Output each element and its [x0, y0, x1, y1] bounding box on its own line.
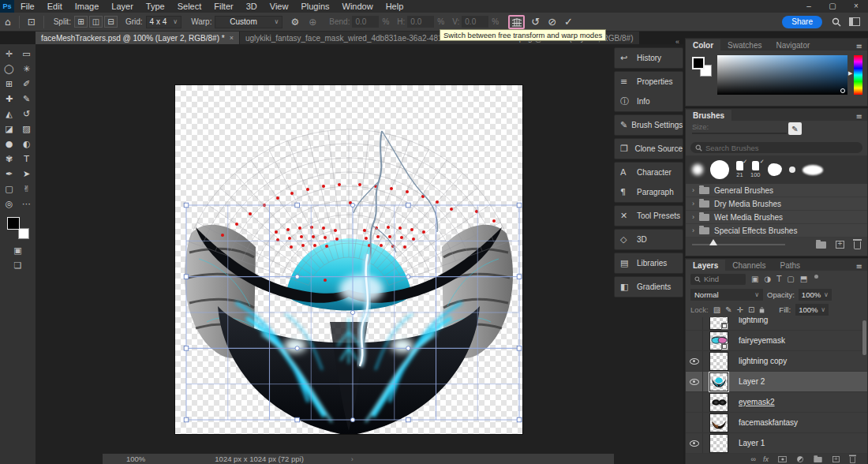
visibility-toggle[interactable]	[686, 331, 703, 350]
brush-search-input[interactable]: Search Brushes	[690, 142, 862, 153]
foreground-color-swatch[interactable]	[692, 57, 705, 69]
layer-name[interactable]: eyemask2	[739, 398, 775, 406]
clone-stamp-tool[interactable]: ◭	[2, 107, 17, 121]
new-layer-icon[interactable]	[832, 456, 840, 462]
brush-folder-special-effects[interactable]: › Special Effects Brushes	[686, 224, 867, 238]
filter-type-layers-icon[interactable]: T	[776, 275, 781, 283]
foreground-color-swatch[interactable]	[7, 217, 20, 230]
reset-icon[interactable]: ↺	[531, 16, 540, 28]
tab-channels[interactable]: Channels	[725, 260, 773, 271]
layer-filter-kind-select[interactable]: Kind	[690, 274, 746, 285]
dock-item-history[interactable]: ↩History	[615, 48, 683, 68]
pen-tool[interactable]: ✒	[2, 167, 17, 181]
blur-tool[interactable]: ●	[2, 137, 17, 151]
menu-help[interactable]: Help	[380, 0, 410, 13]
color-fg-bg-swatches[interactable]	[692, 57, 713, 77]
visibility-toggle[interactable]	[686, 372, 703, 391]
hand-tool[interactable]: ✌	[20, 182, 34, 196]
warp-style-select[interactable]: Custom ∨	[215, 16, 282, 28]
layer-name[interactable]: Layer 2	[739, 377, 765, 386]
home-icon[interactable]: ⌂	[0, 17, 16, 28]
menu-filter[interactable]: Filter	[208, 0, 239, 13]
grid-size-select[interactable]: 4 x 4 ∨	[146, 16, 182, 28]
dock-item-character[interactable]: ACharacter	[615, 163, 683, 182]
smudge-tool[interactable]: ✾	[2, 152, 17, 166]
layer-thumbnail[interactable]	[709, 413, 728, 432]
chevron-right-icon[interactable]: ›	[692, 213, 694, 221]
history-brush-tool[interactable]: ↺	[20, 107, 34, 121]
brush-stroke-edit-button[interactable]: ✎	[788, 122, 802, 135]
brush-preset-soft-round[interactable]	[692, 164, 703, 175]
layer-name[interactable]: lightning	[739, 317, 768, 324]
brush-preset-100[interactable]: ✓ 100	[750, 161, 761, 178]
menu-3d[interactable]: 3D	[240, 0, 264, 13]
chevron-right-icon[interactable]: ›	[692, 200, 694, 208]
lock-all-icon[interactable]	[760, 309, 765, 313]
zoom-tool[interactable]: ◎	[2, 197, 17, 211]
menu-window[interactable]: Window	[336, 0, 380, 13]
lock-position-icon[interactable]: ✛	[737, 305, 743, 314]
gradient-tool[interactable]: ▨	[20, 122, 34, 136]
background-color-swatch[interactable]	[18, 228, 29, 239]
brush-size-slider[interactable]	[692, 133, 787, 134]
search-icon[interactable]	[832, 17, 841, 27]
tab-navigator[interactable]: Navigator	[769, 39, 817, 51]
layer-thumbnail[interactable]	[709, 372, 728, 391]
brush-preview-size-slider[interactable]	[692, 244, 785, 245]
brush-preset-ellipse[interactable]	[803, 165, 823, 175]
visibility-toggle[interactable]	[686, 413, 703, 432]
layer-style-fx-icon[interactable]: fx	[763, 455, 769, 463]
brush-preset-textured[interactable]	[768, 163, 782, 176]
lasso-tool[interactable]: ◯	[2, 62, 17, 76]
color-picker-field[interactable]	[717, 55, 847, 95]
layer-row-lightning[interactable]: lightning	[686, 317, 867, 331]
dock-item-paragraph[interactable]: ¶Paragraph	[615, 182, 683, 202]
lock-artboard-icon[interactable]: ⊡	[748, 305, 754, 314]
quick-selection-tool[interactable]: ✳	[20, 62, 34, 76]
cancel-transform-icon[interactable]: ⊘	[548, 16, 556, 28]
chevron-right-icon[interactable]: ›	[692, 186, 694, 194]
filter-shape-layers-icon[interactable]: ▢	[787, 275, 794, 283]
color-picker-cursor[interactable]	[840, 88, 845, 93]
split-vertical-button[interactable]: ◫	[89, 16, 103, 28]
tab-paths[interactable]: Paths	[773, 260, 808, 271]
menu-file[interactable]: File	[14, 0, 41, 13]
delete-brush-icon[interactable]	[854, 241, 861, 249]
menu-edit[interactable]: Edit	[41, 0, 69, 13]
brush-folder-dry-media[interactable]: › Dry Media Brushes	[686, 197, 867, 211]
lock-transparency-icon[interactable]: ▨	[713, 305, 720, 314]
add-layer-mask-icon[interactable]	[778, 456, 786, 462]
filter-toggle-icon[interactable]	[814, 275, 818, 279]
split-crosswise-button[interactable]: ⊞	[74, 16, 88, 28]
layer-row-layer-2[interactable]: Layer 2	[686, 372, 867, 392]
layers-scrollbar[interactable]	[862, 320, 866, 355]
menu-select[interactable]: Select	[171, 0, 208, 13]
split-horizontal-button[interactable]: ⊟	[104, 16, 118, 28]
brush-folder-general[interactable]: › General Brushes	[686, 184, 867, 197]
layer-name[interactable]: lightning copy	[739, 357, 787, 365]
minimize-button[interactable]: –	[797, 0, 821, 13]
maximize-button[interactable]: ▢	[821, 0, 844, 13]
dock-item-brush-settings[interactable]: ✎Brush Settings	[615, 115, 683, 135]
transform-tool-icon[interactable]: ⊡	[23, 17, 40, 28]
close-tab-icon[interactable]: ×	[230, 34, 234, 42]
brush-preset-21[interactable]: ✓ 21	[736, 161, 743, 178]
visibility-toggle[interactable]	[686, 317, 703, 330]
layer-name[interactable]: fairyeyemask	[739, 336, 785, 345]
visibility-toggle[interactable]	[686, 433, 703, 453]
screen-mode-icon[interactable]: ❏	[14, 260, 22, 271]
tab-swatches[interactable]: Swatches	[720, 39, 769, 51]
filter-pixel-layers-icon[interactable]: ▣	[751, 275, 758, 283]
share-button[interactable]: Share	[782, 16, 822, 28]
chevron-right-icon[interactable]: ›	[692, 226, 694, 234]
panel-menu-icon[interactable]: ≡	[851, 112, 867, 121]
delete-layer-icon[interactable]	[850, 457, 855, 463]
eraser-tool[interactable]: ◪	[2, 122, 17, 136]
ps-logo-icon[interactable]: Ps	[0, 0, 14, 13]
close-button[interactable]: ×	[844, 0, 868, 13]
type-tool[interactable]: T	[20, 152, 34, 166]
layer-row-layer-1[interactable]: Layer 1	[686, 433, 867, 454]
canvas-artwork[interactable]	[175, 85, 522, 434]
lock-pixels-icon[interactable]: ✎	[725, 305, 731, 314]
panel-menu-icon[interactable]: ≡	[851, 42, 867, 51]
